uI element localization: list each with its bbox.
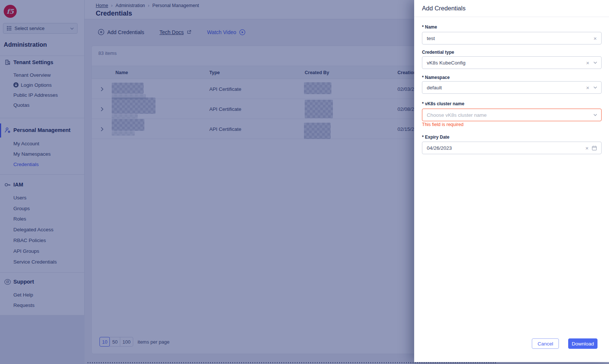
clear-icon[interactable]: × xyxy=(586,82,589,93)
add-credentials-drawer: Add Credentials * Name × Credential type… xyxy=(414,0,609,362)
cluster-name-error: This field is required xyxy=(422,122,464,127)
expiry-date-input[interactable] xyxy=(422,145,571,151)
credential-type-label: Credential type xyxy=(422,50,454,55)
credential-type-value: vK8s KubeConfig xyxy=(422,60,465,66)
expiry-date-field[interactable]: × xyxy=(422,142,602,154)
expiry-date-label: * Expiry Date xyxy=(422,135,449,140)
name-field[interactable]: × xyxy=(422,32,602,44)
namespace-label: * Namespace xyxy=(422,75,450,80)
namespace-value: default xyxy=(422,85,442,90)
name-input[interactable] xyxy=(422,36,571,41)
chevron-down-icon[interactable] xyxy=(593,57,597,69)
cluster-name-label: * vK8s cluster name xyxy=(422,101,464,106)
name-label: * Name xyxy=(422,24,437,30)
drawer-title-divider xyxy=(414,17,609,17)
cluster-name-select[interactable]: Choose vK8s cluster name xyxy=(422,109,602,121)
chevron-down-icon[interactable] xyxy=(593,82,597,93)
credential-type-select[interactable]: vK8s KubeConfig × xyxy=(422,56,602,69)
download-button[interactable]: Download xyxy=(568,338,597,349)
clear-icon[interactable]: × xyxy=(585,142,589,154)
clear-icon[interactable]: × xyxy=(586,57,589,69)
namespace-select[interactable]: default × xyxy=(422,81,602,94)
cluster-name-placeholder: Choose vK8s cluster name xyxy=(422,112,487,118)
calendar-icon[interactable] xyxy=(592,142,597,154)
drawer-title: Add Credentials xyxy=(422,5,465,12)
cancel-button[interactable]: Cancel xyxy=(532,338,559,349)
chevron-down-icon[interactable] xyxy=(593,109,597,121)
clear-icon[interactable]: × xyxy=(593,32,597,44)
